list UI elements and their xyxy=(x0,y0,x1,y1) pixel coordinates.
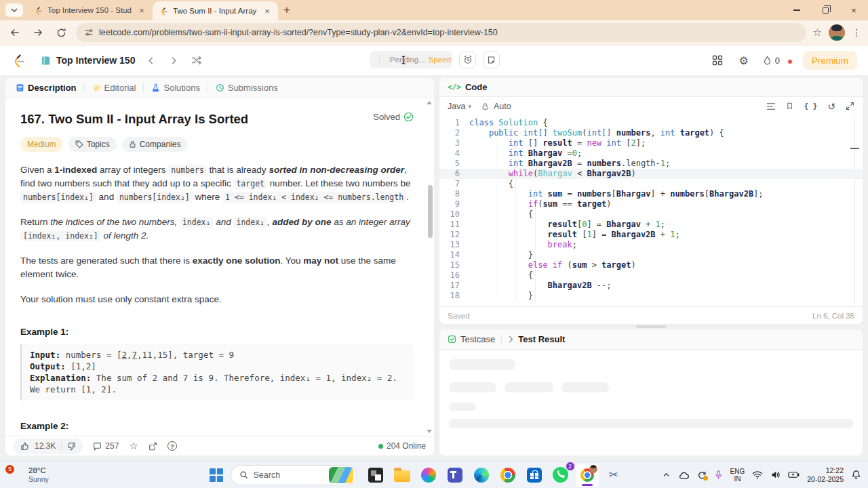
taskbar-app-chrome[interactable] xyxy=(496,464,519,487)
vote-group: 12.3K xyxy=(14,439,83,454)
onedrive-cloud-icon[interactable] xyxy=(678,470,690,480)
panel-resize-handle[interactable] xyxy=(439,324,863,329)
new-tab-button[interactable]: + xyxy=(278,1,296,19)
code-line: 8 int sum = numbers[Bhargav] + numbers[B… xyxy=(439,189,863,199)
restore-icon xyxy=(823,7,829,14)
timer-button[interactable] xyxy=(459,52,476,68)
taskbar-app-chrome-active[interactable] xyxy=(576,464,599,487)
reload-button[interactable] xyxy=(53,24,69,41)
taskbar-app-snipping[interactable]: ✂ xyxy=(602,464,625,487)
description-footer: 12.3K 257 ☆ ? 204 Online xyxy=(5,436,434,455)
weather-widget[interactable]: 5 28°C Sunny xyxy=(7,466,176,484)
active-app-indicator xyxy=(582,484,593,486)
main-content: Description Editorial Solutions xyxy=(0,75,868,461)
prev-problem-button[interactable] xyxy=(143,53,158,68)
taskbar-app-photos[interactable] xyxy=(364,464,387,487)
notes-button[interactable] xyxy=(483,52,500,68)
daily-streak[interactable]: 0 xyxy=(763,56,780,66)
tab-close-icon[interactable]: × xyxy=(262,5,273,16)
forward-button[interactable] xyxy=(30,24,46,41)
share-button[interactable] xyxy=(149,442,157,451)
back-button[interactable] xyxy=(7,24,23,41)
companies-badge[interactable]: Companies xyxy=(122,137,188,152)
url-text: leetcode.com/problems/two-sum-ii-input-a… xyxy=(99,28,498,37)
next-problem-button[interactable] xyxy=(166,53,181,68)
comments-button[interactable]: 257 xyxy=(93,441,119,451)
topics-badge[interactable]: Topics xyxy=(68,137,117,152)
microphone-icon[interactable] xyxy=(714,470,723,480)
premium-button[interactable]: Premium xyxy=(803,51,857,70)
difficulty-label: Medium xyxy=(27,140,56,149)
thumbs-down-icon[interactable] xyxy=(67,442,76,451)
description-scrollbar[interactable] xyxy=(427,100,433,434)
tab-submissions[interactable]: Submissions xyxy=(212,83,281,93)
close-button[interactable]: × xyxy=(840,0,868,20)
tab-testcase[interactable]: Testcase xyxy=(448,334,495,344)
wifi-icon[interactable] xyxy=(752,470,763,479)
tab-solutions[interactable]: Solutions xyxy=(148,83,203,93)
solved-label: Solved xyxy=(373,112,400,122)
taskbar-app-whatsapp[interactable]: 2 xyxy=(549,464,572,487)
share-icon xyxy=(149,442,157,451)
back-icon xyxy=(9,27,20,38)
tab-editorial[interactable]: Editorial xyxy=(89,83,140,93)
scrollbar-thumb[interactable] xyxy=(428,185,433,238)
browser-menu-icon[interactable]: ⋮ xyxy=(852,27,861,38)
code-editor[interactable]: 1class Solution {2 public int[] twoSum(i… xyxy=(439,115,863,306)
language-indicator[interactable]: ENG IN xyxy=(730,468,745,483)
auto-label[interactable]: Auto xyxy=(494,102,511,111)
saved-status: Saved xyxy=(448,312,470,320)
taskbar-app-explorer[interactable] xyxy=(391,464,414,487)
bookmark-star-icon[interactable]: ☆ xyxy=(813,26,822,39)
speed-label[interactable]: Speed xyxy=(429,56,451,64)
study-plan-icon xyxy=(41,56,51,66)
scroll-up-arrow[interactable] xyxy=(427,101,432,104)
tab-description[interactable]: Description xyxy=(12,83,80,93)
language-selector[interactable]: Java ▾ xyxy=(448,102,471,111)
notification-bell-icon[interactable] xyxy=(851,470,861,480)
settings-button[interactable]: ⚙ xyxy=(736,53,751,68)
tab-test-result[interactable]: Test Result xyxy=(508,334,565,344)
taskbar-search[interactable]: Search xyxy=(231,465,357,485)
leetcode-logo[interactable] xyxy=(11,53,26,68)
apps-grid-button[interactable] xyxy=(710,53,725,68)
search-highlight-image[interactable] xyxy=(329,467,353,483)
scroll-down-arrow[interactable] xyxy=(427,430,432,433)
description-content[interactable]: 167. Two Sum II - Input Array Is Sorted … xyxy=(5,98,434,436)
taskbar-app-teams[interactable] xyxy=(443,464,467,487)
bookmark-icon[interactable] xyxy=(786,102,793,110)
pending-status-pill[interactable]: Pending... Speed xyxy=(370,51,452,68)
volume-icon[interactable] xyxy=(770,470,781,479)
chevron-down-icon xyxy=(11,8,18,12)
browser-profile-avatar[interactable] xyxy=(829,24,845,41)
help-button[interactable]: ? xyxy=(167,441,177,451)
minimize-button[interactable] xyxy=(783,0,811,20)
format-lines-icon[interactable] xyxy=(766,102,776,110)
code-panel: </> Code Java ▾ Auto { } ↺ xyxy=(439,78,863,324)
url-bar[interactable]: leetcode.com/problems/two-sum-ii-input-a… xyxy=(76,23,806,42)
tab-search-button[interactable] xyxy=(5,3,23,17)
start-button[interactable] xyxy=(210,468,223,482)
expand-icon[interactable] xyxy=(846,102,854,110)
thumbs-up-icon[interactable] xyxy=(20,442,29,451)
tray-chevron-up-icon[interactable] xyxy=(662,470,671,479)
favorite-button[interactable]: ☆ xyxy=(129,440,138,452)
browser-tab-study-plan[interactable]: Top Interview 150 - Study Plan × xyxy=(27,1,153,19)
taskbar-app-edge[interactable] xyxy=(470,464,493,487)
reset-code-icon[interactable]: ↺ xyxy=(827,101,835,112)
question-icon: ? xyxy=(167,441,177,451)
browser-tab-two-sum[interactable]: Two Sum II - Input Array Is Sort × xyxy=(153,1,278,20)
difficulty-badge[interactable]: Medium xyxy=(20,137,63,152)
code-line: 6 while(Bhargav < Bhargav2B) xyxy=(439,169,863,179)
restore-button[interactable] xyxy=(811,0,840,20)
shuffle-button[interactable] xyxy=(189,53,204,68)
taskbar-app-store[interactable] xyxy=(523,464,546,487)
taskbar-app-copilot[interactable] xyxy=(417,464,440,487)
tab-close-icon[interactable]: × xyxy=(136,5,147,16)
battery-icon[interactable] xyxy=(788,470,800,479)
braces-icon[interactable]: { } xyxy=(804,102,817,110)
study-plan-link[interactable]: Top Interview 150 xyxy=(41,55,135,66)
solved-check-icon xyxy=(403,112,414,122)
taskbar-clock[interactable]: 12:22 20-02-2025 xyxy=(807,466,844,484)
sync-tray-icon[interactable] xyxy=(697,470,707,480)
